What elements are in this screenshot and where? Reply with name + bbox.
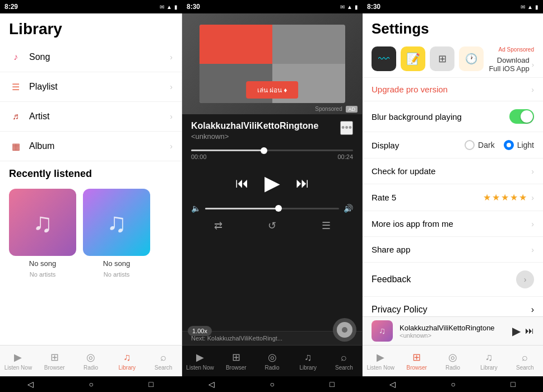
home-button-mid[interactable]: ○ xyxy=(270,380,275,389)
repeat-button[interactable]: ↺ xyxy=(268,220,276,232)
nav-search[interactable]: ⌕ Search xyxy=(145,346,182,376)
ad-download-chevron: › xyxy=(532,60,534,69)
chevron-song: › xyxy=(170,53,173,62)
snav-radio[interactable]: ◎ Radio xyxy=(435,346,471,376)
battery-icon-mid: ▮ xyxy=(355,4,358,10)
display-light-option[interactable]: Light xyxy=(504,140,534,150)
check-update-label: Check for update xyxy=(372,166,435,176)
nav-radio-label: Radio xyxy=(83,365,98,371)
pnav-listen-now[interactable]: ▶ Listen Now xyxy=(182,346,218,376)
player-nav: ▶ Listen Now ⊞ Browser ◎ Radio ♫ Library… xyxy=(182,345,362,376)
snav-search[interactable]: ⌕ Search xyxy=(507,346,543,376)
volume-fill xyxy=(205,208,279,209)
more-ios-row[interactable]: More ios app from me › xyxy=(363,211,543,237)
rate-row[interactable]: Rate 5 ★ ★ ★ ★ ★ › xyxy=(363,184,543,211)
display-dark-option[interactable]: Dark xyxy=(465,140,495,150)
pnav-radio[interactable]: ◎ Radio xyxy=(254,346,290,376)
snav-browser[interactable]: ⊞ Browser xyxy=(398,346,434,376)
star-4: ★ xyxy=(510,192,518,203)
pnav-library[interactable]: ♫ Library xyxy=(290,346,326,376)
nav-listen-now[interactable]: ▶ Listen Now xyxy=(0,346,36,376)
recent-item-2: ♫ No song No artists xyxy=(83,189,150,278)
shuffle-button[interactable]: ⇄ xyxy=(214,220,222,232)
mini-forward-button[interactable]: ⏭ xyxy=(525,326,534,336)
battery-icon: ▮ xyxy=(174,4,178,10)
recent-grid: ♫ No song No artists ♫ No song No artist… xyxy=(0,184,182,282)
rate-chevron: › xyxy=(531,193,534,202)
feedback-row[interactable]: Feedback › xyxy=(363,263,543,297)
recents-button[interactable]: □ xyxy=(148,380,153,389)
speed-badge[interactable]: 1.00x xyxy=(188,326,212,336)
record-button[interactable] xyxy=(333,318,356,342)
status-icons-left: ✉ ▲ ▮ xyxy=(160,4,178,10)
ad-apps: 〰 📝 ⊞ 🕐 xyxy=(372,46,484,71)
ad-play-button[interactable]: เล่น ผ่อน ♦ xyxy=(246,81,299,99)
time-mid: 8:30 xyxy=(187,3,200,11)
snav-listen-now[interactable]: ▶ Listen Now xyxy=(363,346,398,376)
nav-library[interactable]: ♫ Library xyxy=(109,346,145,376)
menu-item-playlist[interactable]: ☰ Playlist › xyxy=(0,72,182,102)
status-bar-left: 8:29 ✉ ▲ ▮ xyxy=(0,0,182,13)
fast-forward-button[interactable]: ⏭ xyxy=(296,175,309,191)
sponsored-label: Sponsored xyxy=(315,106,342,112)
ad-banner: เล่น ผ่อน ♦ Sponsored AD xyxy=(182,13,362,114)
nav-listen-now-label: Listen Now xyxy=(4,365,32,371)
menu-item-artist[interactable]: ♬ Artist › xyxy=(0,102,182,132)
progress-bar[interactable]: 00:00 00:24 xyxy=(191,150,353,160)
menu-item-album[interactable]: ▦ Album › xyxy=(0,132,182,161)
privacy-row[interactable]: Privacy Policy › xyxy=(363,297,543,316)
library-panel: Library ♪ Song › ☰ Playlist › ♬ Artist › xyxy=(0,13,182,376)
light-radio[interactable] xyxy=(504,140,514,150)
pnav-browser[interactable]: ⊞ Browser xyxy=(218,346,254,376)
home-button-right[interactable]: ○ xyxy=(451,380,456,389)
recents-button-mid[interactable]: □ xyxy=(329,380,334,389)
ad-content: เล่น ผ่อน ♦ xyxy=(182,13,362,114)
ad-inner: เล่น ผ่อน ♦ xyxy=(199,25,345,103)
nav-library-label: Library xyxy=(119,365,136,371)
blur-toggle[interactable] xyxy=(509,109,534,124)
check-update-row[interactable]: Check for update › xyxy=(363,158,543,184)
song-details: KolakkuzhalViliKettoRingtone <unknown> xyxy=(191,121,318,141)
progress-thumb[interactable] xyxy=(261,147,267,154)
ad-download-button[interactable]: Download Full iOS App › xyxy=(484,56,534,73)
upgrade-row[interactable]: Upgrade pro version › xyxy=(363,78,543,101)
pnav-search[interactable]: ⌕ Search xyxy=(326,346,362,376)
check-update-chevron: › xyxy=(531,167,534,176)
back-button-mid[interactable]: ◁ xyxy=(208,380,215,389)
progress-track[interactable] xyxy=(191,150,353,151)
home-button[interactable]: ○ xyxy=(89,380,94,389)
artist-icon: ♬ xyxy=(9,110,22,123)
recents-button-right[interactable]: □ xyxy=(510,380,515,389)
share-row[interactable]: Share app › xyxy=(363,237,543,263)
recent-item-1: ♫ No song No artists xyxy=(9,189,76,278)
recent-sub-1: No artists xyxy=(30,271,55,278)
queue-button[interactable]: ☰ xyxy=(322,220,331,232)
mini-artist: <unknown> xyxy=(400,332,505,339)
mini-thumb: ♫ xyxy=(372,320,393,342)
nav-browser[interactable]: ⊞ Browser xyxy=(36,346,73,376)
volume-track[interactable] xyxy=(205,208,339,209)
rate-label: Rate 5 xyxy=(372,193,396,202)
nav-radio[interactable]: ◎ Radio xyxy=(73,346,109,376)
play-button[interactable]: ▶ xyxy=(264,171,280,195)
blur-row[interactable]: Blur background playing xyxy=(363,101,543,132)
more-button[interactable]: ••• xyxy=(340,121,353,135)
feedback-circle-arrow[interactable]: › xyxy=(516,270,534,288)
mini-play-button[interactable]: ▶ xyxy=(512,324,521,338)
display-row: Display Dark Light xyxy=(363,132,543,158)
privacy-label: Privacy Policy xyxy=(372,305,428,315)
mini-controls: ▶ ⏭ xyxy=(512,324,534,338)
rewind-button[interactable]: ⏮ xyxy=(235,175,249,191)
back-button[interactable]: ◁ xyxy=(27,380,34,389)
snav-library[interactable]: ♫ Library xyxy=(471,346,507,376)
android-nav-bar-mid: ◁ ○ □ xyxy=(181,376,362,392)
song-info: KolakkuzhalViliKettoRingtone <unknown> •… xyxy=(191,121,353,141)
recent-title-2: No song xyxy=(103,259,130,268)
volume-thumb[interactable] xyxy=(275,205,282,212)
back-button-right[interactable]: ◁ xyxy=(389,380,396,389)
message-icon-right: ✉ xyxy=(521,4,525,10)
dark-radio[interactable] xyxy=(465,140,475,150)
library-icon: ♫ xyxy=(123,352,131,363)
menu-item-song[interactable]: ♪ Song › xyxy=(0,43,182,72)
library-nav: ▶ Listen Now ⊞ Browser ◎ Radio ♫ Library… xyxy=(0,345,182,376)
